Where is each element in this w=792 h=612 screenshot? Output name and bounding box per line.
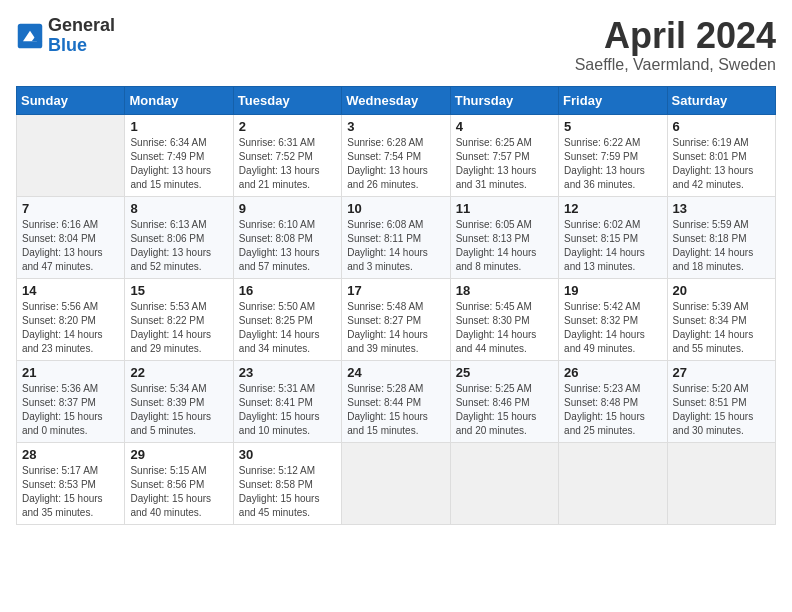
weekday-header: Friday (559, 86, 667, 114)
calendar-cell (667, 442, 775, 524)
day-number: 23 (239, 365, 336, 380)
day-info: Sunrise: 6:13 AMSunset: 8:06 PMDaylight:… (130, 218, 227, 274)
calendar-week-row: 28Sunrise: 5:17 AMSunset: 8:53 PMDayligh… (17, 442, 776, 524)
day-info: Sunrise: 5:31 AMSunset: 8:41 PMDaylight:… (239, 382, 336, 438)
day-info: Sunrise: 6:10 AMSunset: 8:08 PMDaylight:… (239, 218, 336, 274)
calendar-cell: 21Sunrise: 5:36 AMSunset: 8:37 PMDayligh… (17, 360, 125, 442)
calendar-cell: 4Sunrise: 6:25 AMSunset: 7:57 PMDaylight… (450, 114, 558, 196)
day-number: 19 (564, 283, 661, 298)
calendar-cell: 25Sunrise: 5:25 AMSunset: 8:46 PMDayligh… (450, 360, 558, 442)
day-info: Sunrise: 6:34 AMSunset: 7:49 PMDaylight:… (130, 136, 227, 192)
logo: General Blue (16, 16, 115, 56)
calendar-week-row: 7Sunrise: 6:16 AMSunset: 8:04 PMDaylight… (17, 196, 776, 278)
weekday-header: Tuesday (233, 86, 341, 114)
month-title: April 2024 (575, 16, 776, 56)
calendar-cell: 15Sunrise: 5:53 AMSunset: 8:22 PMDayligh… (125, 278, 233, 360)
day-info: Sunrise: 5:25 AMSunset: 8:46 PMDaylight:… (456, 382, 553, 438)
day-number: 22 (130, 365, 227, 380)
day-info: Sunrise: 5:28 AMSunset: 8:44 PMDaylight:… (347, 382, 444, 438)
weekday-header: Monday (125, 86, 233, 114)
day-number: 2 (239, 119, 336, 134)
logo-text: General Blue (48, 16, 115, 56)
calendar-cell (559, 442, 667, 524)
calendar-table: SundayMondayTuesdayWednesdayThursdayFrid… (16, 86, 776, 525)
day-info: Sunrise: 5:59 AMSunset: 8:18 PMDaylight:… (673, 218, 770, 274)
calendar-cell: 11Sunrise: 6:05 AMSunset: 8:13 PMDayligh… (450, 196, 558, 278)
day-number: 11 (456, 201, 553, 216)
calendar-cell: 2Sunrise: 6:31 AMSunset: 7:52 PMDaylight… (233, 114, 341, 196)
page-header: General Blue April 2024 Saeffle, Vaermla… (16, 16, 776, 74)
day-number: 29 (130, 447, 227, 462)
day-number: 9 (239, 201, 336, 216)
day-info: Sunrise: 6:31 AMSunset: 7:52 PMDaylight:… (239, 136, 336, 192)
day-info: Sunrise: 5:20 AMSunset: 8:51 PMDaylight:… (673, 382, 770, 438)
day-info: Sunrise: 6:19 AMSunset: 8:01 PMDaylight:… (673, 136, 770, 192)
logo-blue: Blue (48, 36, 115, 56)
calendar-cell (450, 442, 558, 524)
day-info: Sunrise: 5:50 AMSunset: 8:25 PMDaylight:… (239, 300, 336, 356)
calendar-cell: 1Sunrise: 6:34 AMSunset: 7:49 PMDaylight… (125, 114, 233, 196)
calendar-cell: 8Sunrise: 6:13 AMSunset: 8:06 PMDaylight… (125, 196, 233, 278)
logo-general: General (48, 16, 115, 36)
day-info: Sunrise: 5:17 AMSunset: 8:53 PMDaylight:… (22, 464, 119, 520)
calendar-week-row: 14Sunrise: 5:56 AMSunset: 8:20 PMDayligh… (17, 278, 776, 360)
logo-icon (16, 22, 44, 50)
day-info: Sunrise: 5:34 AMSunset: 8:39 PMDaylight:… (130, 382, 227, 438)
day-number: 25 (456, 365, 553, 380)
calendar-cell: 19Sunrise: 5:42 AMSunset: 8:32 PMDayligh… (559, 278, 667, 360)
day-info: Sunrise: 5:36 AMSunset: 8:37 PMDaylight:… (22, 382, 119, 438)
weekday-header: Wednesday (342, 86, 450, 114)
calendar-week-row: 1Sunrise: 6:34 AMSunset: 7:49 PMDaylight… (17, 114, 776, 196)
weekday-header: Saturday (667, 86, 775, 114)
calendar-cell: 28Sunrise: 5:17 AMSunset: 8:53 PMDayligh… (17, 442, 125, 524)
day-number: 17 (347, 283, 444, 298)
calendar-cell: 12Sunrise: 6:02 AMSunset: 8:15 PMDayligh… (559, 196, 667, 278)
day-number: 6 (673, 119, 770, 134)
day-number: 15 (130, 283, 227, 298)
day-info: Sunrise: 6:22 AMSunset: 7:59 PMDaylight:… (564, 136, 661, 192)
day-info: Sunrise: 6:02 AMSunset: 8:15 PMDaylight:… (564, 218, 661, 274)
calendar-cell: 10Sunrise: 6:08 AMSunset: 8:11 PMDayligh… (342, 196, 450, 278)
calendar-cell (342, 442, 450, 524)
day-info: Sunrise: 6:28 AMSunset: 7:54 PMDaylight:… (347, 136, 444, 192)
day-number: 20 (673, 283, 770, 298)
day-number: 13 (673, 201, 770, 216)
day-number: 26 (564, 365, 661, 380)
calendar-cell: 20Sunrise: 5:39 AMSunset: 8:34 PMDayligh… (667, 278, 775, 360)
day-number: 16 (239, 283, 336, 298)
day-info: Sunrise: 5:23 AMSunset: 8:48 PMDaylight:… (564, 382, 661, 438)
calendar-cell: 16Sunrise: 5:50 AMSunset: 8:25 PMDayligh… (233, 278, 341, 360)
day-number: 4 (456, 119, 553, 134)
calendar-cell: 22Sunrise: 5:34 AMSunset: 8:39 PMDayligh… (125, 360, 233, 442)
calendar-cell: 6Sunrise: 6:19 AMSunset: 8:01 PMDaylight… (667, 114, 775, 196)
calendar-cell: 26Sunrise: 5:23 AMSunset: 8:48 PMDayligh… (559, 360, 667, 442)
day-number: 27 (673, 365, 770, 380)
day-number: 1 (130, 119, 227, 134)
day-number: 5 (564, 119, 661, 134)
weekday-header: Thursday (450, 86, 558, 114)
day-info: Sunrise: 5:56 AMSunset: 8:20 PMDaylight:… (22, 300, 119, 356)
calendar-cell: 27Sunrise: 5:20 AMSunset: 8:51 PMDayligh… (667, 360, 775, 442)
calendar-cell: 18Sunrise: 5:45 AMSunset: 8:30 PMDayligh… (450, 278, 558, 360)
calendar-cell: 30Sunrise: 5:12 AMSunset: 8:58 PMDayligh… (233, 442, 341, 524)
day-number: 14 (22, 283, 119, 298)
calendar-cell: 7Sunrise: 6:16 AMSunset: 8:04 PMDaylight… (17, 196, 125, 278)
day-info: Sunrise: 6:08 AMSunset: 8:11 PMDaylight:… (347, 218, 444, 274)
day-number: 21 (22, 365, 119, 380)
day-number: 12 (564, 201, 661, 216)
day-info: Sunrise: 5:15 AMSunset: 8:56 PMDaylight:… (130, 464, 227, 520)
title-block: April 2024 Saeffle, Vaermland, Sweden (575, 16, 776, 74)
location: Saeffle, Vaermland, Sweden (575, 56, 776, 74)
day-info: Sunrise: 6:05 AMSunset: 8:13 PMDaylight:… (456, 218, 553, 274)
day-number: 30 (239, 447, 336, 462)
day-number: 10 (347, 201, 444, 216)
calendar-cell: 5Sunrise: 6:22 AMSunset: 7:59 PMDaylight… (559, 114, 667, 196)
day-info: Sunrise: 5:45 AMSunset: 8:30 PMDaylight:… (456, 300, 553, 356)
calendar-cell: 14Sunrise: 5:56 AMSunset: 8:20 PMDayligh… (17, 278, 125, 360)
day-info: Sunrise: 6:25 AMSunset: 7:57 PMDaylight:… (456, 136, 553, 192)
day-info: Sunrise: 5:42 AMSunset: 8:32 PMDaylight:… (564, 300, 661, 356)
day-number: 7 (22, 201, 119, 216)
weekday-header: Sunday (17, 86, 125, 114)
day-number: 18 (456, 283, 553, 298)
calendar-cell: 17Sunrise: 5:48 AMSunset: 8:27 PMDayligh… (342, 278, 450, 360)
